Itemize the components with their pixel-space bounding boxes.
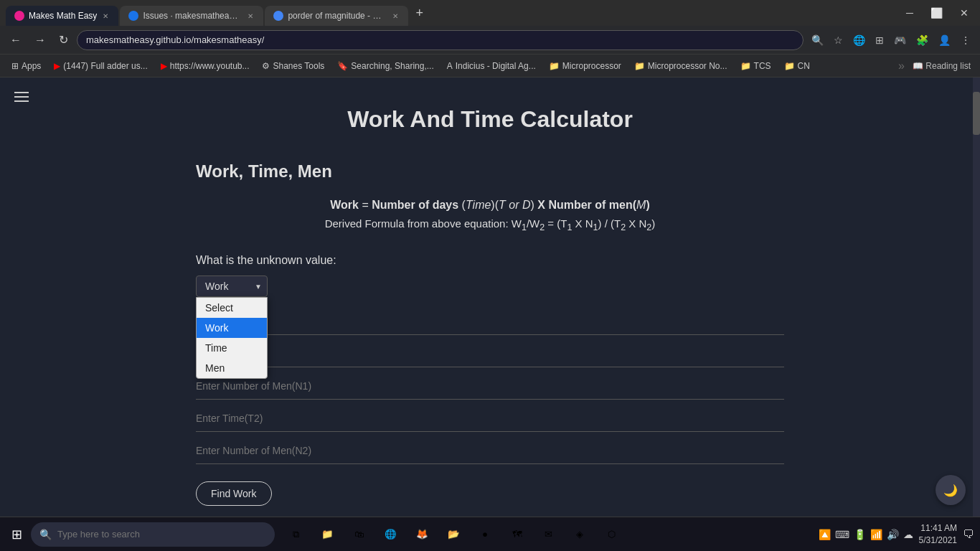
reading-list-button[interactable]: 📖 Reading list bbox=[909, 58, 974, 74]
wifi-icon: 📶 bbox=[870, 529, 882, 540]
browser-tab-tab1[interactable]: Makes Math Easy✕ bbox=[6, 6, 118, 26]
browser-tab-tab2[interactable]: Issues · makesmatheasy/makesm✕ bbox=[120, 6, 263, 26]
address-input[interactable] bbox=[77, 30, 804, 50]
taskbar-app-app9[interactable]: ◈ bbox=[565, 520, 595, 549]
n1-input[interactable] bbox=[196, 373, 784, 400]
bookmark-yt-fullsadder[interactable]: ▶(1447) Full adder us... bbox=[48, 60, 153, 72]
bookmark-label: Microprocessor No... bbox=[648, 61, 727, 71]
n2-input[interactable] bbox=[196, 438, 784, 464]
clock-date: 5/31/2021 bbox=[919, 534, 957, 547]
address-bar: ← → ↻ 🔍 ☆ 🌐 ⊞ 🎮 🧩 👤 ⋮ bbox=[0, 26, 980, 55]
scrollbar-thumb[interactable] bbox=[973, 92, 980, 135]
new-tab-button[interactable]: + bbox=[411, 6, 428, 21]
bookmark-label: Shanes Tools bbox=[273, 61, 324, 71]
bookmark-label: TCS bbox=[754, 61, 771, 71]
bookmarks-bar: ⊞Apps▶(1447) Full adder us...▶https://ww… bbox=[0, 55, 980, 77]
profile-icon[interactable]: 🎮 bbox=[890, 32, 910, 49]
bookmark-microprocessor-no[interactable]: 📁Microprocessor No... bbox=[628, 60, 733, 72]
section1-heading: Work, Time, Men bbox=[196, 161, 784, 182]
bookmark-yt-link[interactable]: ▶https://www.youtub... bbox=[155, 60, 255, 72]
window-controls: ─ ⬜ ✕ bbox=[900, 4, 974, 22]
bookmark-icon: 📁 bbox=[634, 61, 645, 71]
taskbar-app-files[interactable]: 📂 bbox=[438, 520, 468, 549]
page-content: Work And Time Calculator Work, Time, Men… bbox=[0, 77, 980, 517]
close-button[interactable]: ✕ bbox=[954, 4, 974, 22]
bookmark-indicius[interactable]: AIndicius - Digital Ag... bbox=[441, 60, 542, 72]
tab-close-button[interactable]: ✕ bbox=[246, 11, 255, 22]
taskbar-search-input[interactable] bbox=[57, 529, 266, 540]
notification-icon[interactable]: 🗨 bbox=[963, 528, 974, 541]
dropdown-menu: Select Work Time Men bbox=[196, 297, 268, 379]
search-icon[interactable]: 🔍 bbox=[808, 32, 827, 49]
tab-close-button[interactable]: ✕ bbox=[391, 11, 400, 22]
dropdown-option-work[interactable]: Work bbox=[197, 318, 267, 338]
grid-icon[interactable]: ⊞ bbox=[872, 32, 887, 49]
title-bar: Makes Math Easy✕Issues · makesmatheasy/m… bbox=[0, 0, 980, 26]
taskbar-search-box[interactable]: 🔍 bbox=[31, 522, 275, 547]
avatar-icon[interactable]: 👤 bbox=[935, 32, 954, 49]
hamburger-menu[interactable] bbox=[14, 89, 29, 105]
bookmark-tcs[interactable]: 📁TCS bbox=[735, 60, 777, 72]
w1-input[interactable] bbox=[196, 309, 784, 335]
tab-favicon bbox=[273, 11, 283, 21]
dropdown-option-select[interactable]: Select bbox=[197, 298, 267, 318]
bookmark-shanes[interactable]: ⚙Shanes Tools bbox=[256, 60, 330, 72]
taskbar-app-maps[interactable]: 🗺 bbox=[501, 520, 532, 549]
minimize-button[interactable]: ─ bbox=[900, 4, 919, 22]
bookmark-icon: 📁 bbox=[784, 61, 795, 71]
clock-time: 11:41 AM bbox=[919, 522, 957, 534]
taskbar-app-chrome[interactable]: ● bbox=[470, 520, 500, 549]
dropdown-option-men[interactable]: Men bbox=[197, 358, 267, 378]
taskbar-app-firefox[interactable]: 🦊 bbox=[407, 520, 437, 549]
taskbar-app-mail[interactable]: ✉ bbox=[533, 520, 563, 549]
start-button[interactable]: ⊞ bbox=[6, 522, 28, 547]
menu-icon[interactable]: ⋮ bbox=[957, 32, 974, 49]
puzzle-icon[interactable]: 🧩 bbox=[913, 32, 932, 49]
bookmark-icon: ⚙ bbox=[262, 61, 270, 71]
toolbar-icons: 🔍 ☆ 🌐 ⊞ 🎮 🧩 👤 ⋮ bbox=[808, 32, 974, 49]
taskbar-app-file-explorer[interactable]: 📁 bbox=[312, 520, 342, 549]
taskbar-app-store[interactable]: 🛍 bbox=[344, 520, 374, 549]
world-icon[interactable]: 🌐 bbox=[849, 32, 869, 49]
bookmark-icon: 📁 bbox=[549, 61, 560, 71]
battery-icon: 🔋 bbox=[854, 529, 866, 540]
back-button[interactable]: ← bbox=[6, 31, 26, 50]
t1-input[interactable] bbox=[196, 341, 784, 367]
tab-label: Issues · makesmatheasy/makesm bbox=[143, 11, 242, 21]
bookmark-cn[interactable]: 📁CN bbox=[778, 60, 816, 72]
maximize-button[interactable]: ⬜ bbox=[925, 4, 948, 22]
bookmark-label: https://www.youtub... bbox=[170, 61, 250, 71]
bookmark-label: Microprocessor bbox=[562, 61, 621, 71]
formula-line1: Work = Number of days (Time)(T or D) X N… bbox=[196, 199, 784, 212]
bookmark-apps[interactable]: ⊞Apps bbox=[6, 60, 47, 72]
unknown-value-dropdown[interactable]: Work Select Time Men bbox=[196, 276, 268, 297]
browser-tab-tab3[interactable]: porder of magnitude - Google S...✕ bbox=[265, 6, 408, 26]
formula-section: Work = Number of days (Time)(T or D) X N… bbox=[196, 199, 784, 232]
taskbar-search-icon: 🔍 bbox=[39, 529, 52, 540]
bookmark-icon: ▶ bbox=[54, 61, 60, 71]
taskbar: ⊞ 🔍 ⧉📁🛍🌐🦊📂●🗺✉◈⬡ 🔼 ⌨ 🔋 📶 🔊 ☁ 11:41 AM 5/3… bbox=[0, 517, 980, 551]
page-title: Work And Time Calculator bbox=[196, 92, 784, 133]
bookmark-label: Apps bbox=[22, 61, 41, 71]
formula-line2: Derived Formula from above equation: W1/… bbox=[196, 217, 784, 232]
t2-input[interactable] bbox=[196, 405, 784, 432]
taskbar-app-vscode[interactable]: ⬡ bbox=[596, 520, 626, 549]
form-section: What is the unknown value: Work Select T… bbox=[196, 254, 784, 517]
refresh-button[interactable]: ↻ bbox=[55, 30, 72, 50]
taskbar-app-edge[interactable]: 🌐 bbox=[375, 520, 405, 549]
work-time-section: Work, Time, Men Work = Number of days (T… bbox=[196, 161, 784, 517]
bookmark-microprocessor[interactable]: 📁Microprocessor bbox=[543, 60, 627, 72]
system-tray: 🔼 ⌨ 🔋 📶 🔊 ☁ bbox=[819, 529, 913, 540]
bookmark-searching[interactable]: 🔖Searching, Sharing,... bbox=[331, 60, 439, 72]
star-icon[interactable]: ☆ bbox=[830, 32, 847, 49]
floating-action-button[interactable]: 🌙 bbox=[936, 475, 966, 505]
tab-close-button[interactable]: ✕ bbox=[101, 11, 110, 22]
main-content: Work And Time Calculator Work, Time, Men… bbox=[167, 77, 813, 517]
forward-button[interactable]: → bbox=[30, 31, 50, 50]
find-work-button[interactable]: Find Work bbox=[196, 481, 272, 506]
scrollbar-track[interactable] bbox=[973, 77, 980, 517]
taskbar-right: 🔼 ⌨ 🔋 📶 🔊 ☁ 11:41 AM 5/31/2021 🗨 bbox=[819, 522, 974, 547]
taskbar-app-task-view[interactable]: ⧉ bbox=[281, 520, 311, 549]
dropdown-option-time[interactable]: Time bbox=[197, 338, 267, 358]
bookmark-icon: 📁 bbox=[740, 61, 751, 71]
